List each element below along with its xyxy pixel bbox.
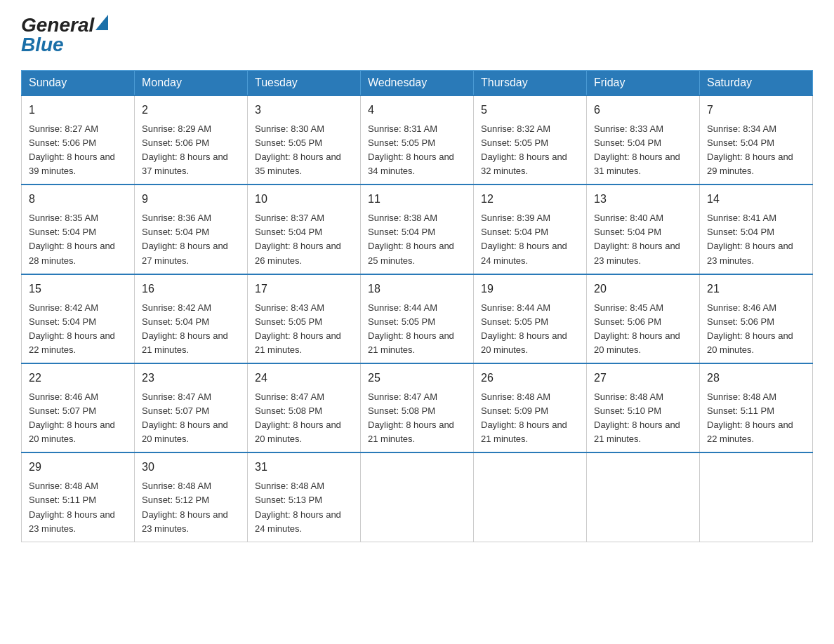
day-number: 19 bbox=[481, 281, 579, 298]
day-info: Sunrise: 8:39 AMSunset: 5:04 PMDaylight:… bbox=[481, 213, 567, 265]
day-info: Sunrise: 8:47 AMSunset: 5:07 PMDaylight:… bbox=[142, 391, 228, 444]
day-number: 17 bbox=[255, 281, 353, 298]
calendar-cell: 4 Sunrise: 8:31 AMSunset: 5:05 PMDayligh… bbox=[361, 95, 474, 185]
day-number: 27 bbox=[594, 370, 692, 387]
day-info: Sunrise: 8:44 AMSunset: 5:05 PMDaylight:… bbox=[481, 302, 567, 355]
day-info: Sunrise: 8:48 AMSunset: 5:10 PMDaylight:… bbox=[594, 391, 680, 444]
day-number: 1 bbox=[29, 102, 127, 119]
day-info: Sunrise: 8:35 AMSunset: 5:04 PMDaylight:… bbox=[29, 213, 115, 265]
dow-thursday: Thursday bbox=[474, 71, 587, 96]
calendar-cell: 14 Sunrise: 8:41 AMSunset: 5:04 PMDaylig… bbox=[700, 185, 813, 274]
logo-triangle-icon bbox=[95, 15, 108, 30]
calendar-cell: 3 Sunrise: 8:30 AMSunset: 5:05 PMDayligh… bbox=[248, 95, 361, 185]
day-info: Sunrise: 8:48 AMSunset: 5:12 PMDaylight:… bbox=[142, 481, 228, 533]
dow-monday: Monday bbox=[135, 71, 248, 96]
day-info: Sunrise: 8:33 AMSunset: 5:04 PMDaylight:… bbox=[594, 123, 680, 176]
day-info: Sunrise: 8:45 AMSunset: 5:06 PMDaylight:… bbox=[594, 302, 680, 355]
calendar-cell: 2 Sunrise: 8:29 AMSunset: 5:06 PMDayligh… bbox=[135, 95, 248, 185]
calendar-cell: 7 Sunrise: 8:34 AMSunset: 5:04 PMDayligh… bbox=[700, 95, 813, 185]
day-info: Sunrise: 8:34 AMSunset: 5:04 PMDaylight:… bbox=[707, 123, 793, 176]
day-number: 4 bbox=[368, 102, 466, 119]
day-number: 20 bbox=[594, 281, 692, 298]
logo-blue-text: Blue bbox=[21, 34, 108, 56]
day-number: 13 bbox=[594, 191, 692, 208]
day-info: Sunrise: 8:32 AMSunset: 5:05 PMDaylight:… bbox=[481, 123, 567, 176]
calendar-cell: 17 Sunrise: 8:43 AMSunset: 5:05 PMDaylig… bbox=[248, 274, 361, 363]
calendar-cell: 10 Sunrise: 8:37 AMSunset: 5:04 PMDaylig… bbox=[248, 185, 361, 274]
calendar-cell: 18 Sunrise: 8:44 AMSunset: 5:05 PMDaylig… bbox=[361, 274, 474, 363]
calendar-cell: 8 Sunrise: 8:35 AMSunset: 5:04 PMDayligh… bbox=[22, 185, 135, 274]
day-number: 30 bbox=[142, 459, 240, 476]
day-info: Sunrise: 8:30 AMSunset: 5:05 PMDaylight:… bbox=[255, 123, 341, 176]
day-info: Sunrise: 8:48 AMSunset: 5:11 PMDaylight:… bbox=[29, 481, 115, 533]
day-info: Sunrise: 8:41 AMSunset: 5:04 PMDaylight:… bbox=[707, 213, 793, 265]
week-row-3: 15 Sunrise: 8:42 AMSunset: 5:04 PMDaylig… bbox=[22, 274, 813, 363]
calendar-cell: 6 Sunrise: 8:33 AMSunset: 5:04 PMDayligh… bbox=[587, 95, 700, 185]
calendar-cell: 31 Sunrise: 8:48 AMSunset: 5:13 PMDaylig… bbox=[248, 452, 361, 542]
calendar-cell: 13 Sunrise: 8:40 AMSunset: 5:04 PMDaylig… bbox=[587, 185, 700, 274]
week-row-1: 1 Sunrise: 8:27 AMSunset: 5:06 PMDayligh… bbox=[22, 95, 813, 185]
day-number: 22 bbox=[29, 370, 127, 387]
day-number: 26 bbox=[481, 370, 579, 387]
day-number: 8 bbox=[29, 191, 127, 208]
day-info: Sunrise: 8:47 AMSunset: 5:08 PMDaylight:… bbox=[255, 391, 341, 444]
week-row-4: 22 Sunrise: 8:46 AMSunset: 5:07 PMDaylig… bbox=[22, 363, 813, 452]
calendar-cell: 22 Sunrise: 8:46 AMSunset: 5:07 PMDaylig… bbox=[22, 363, 135, 452]
day-number: 7 bbox=[707, 102, 805, 119]
days-of-week-row: SundayMondayTuesdayWednesdayThursdayFrid… bbox=[22, 71, 813, 96]
day-number: 29 bbox=[29, 459, 127, 476]
day-info: Sunrise: 8:43 AMSunset: 5:05 PMDaylight:… bbox=[255, 302, 341, 355]
calendar-cell: 19 Sunrise: 8:44 AMSunset: 5:05 PMDaylig… bbox=[474, 274, 587, 363]
day-number: 6 bbox=[594, 102, 692, 119]
calendar-cell: 1 Sunrise: 8:27 AMSunset: 5:06 PMDayligh… bbox=[22, 95, 135, 185]
day-info: Sunrise: 8:37 AMSunset: 5:04 PMDaylight:… bbox=[255, 213, 341, 265]
day-info: Sunrise: 8:42 AMSunset: 5:04 PMDaylight:… bbox=[142, 302, 228, 355]
calendar-cell: 26 Sunrise: 8:48 AMSunset: 5:09 PMDaylig… bbox=[474, 363, 587, 452]
day-info: Sunrise: 8:48 AMSunset: 5:11 PMDaylight:… bbox=[707, 391, 793, 444]
day-number: 11 bbox=[368, 191, 466, 208]
dow-saturday: Saturday bbox=[700, 71, 813, 96]
calendar-cell: 16 Sunrise: 8:42 AMSunset: 5:04 PMDaylig… bbox=[135, 274, 248, 363]
calendar-cell bbox=[700, 452, 813, 542]
day-number: 21 bbox=[707, 281, 805, 298]
calendar-cell: 24 Sunrise: 8:47 AMSunset: 5:08 PMDaylig… bbox=[248, 363, 361, 452]
day-number: 24 bbox=[255, 370, 353, 387]
day-number: 23 bbox=[142, 370, 240, 387]
calendar-cell: 9 Sunrise: 8:36 AMSunset: 5:04 PMDayligh… bbox=[135, 185, 248, 274]
day-number: 25 bbox=[368, 370, 466, 387]
day-info: Sunrise: 8:38 AMSunset: 5:04 PMDaylight:… bbox=[368, 213, 454, 265]
day-number: 2 bbox=[142, 102, 240, 119]
calendar-cell bbox=[361, 452, 474, 542]
calendar-cell: 12 Sunrise: 8:39 AMSunset: 5:04 PMDaylig… bbox=[474, 185, 587, 274]
day-number: 12 bbox=[481, 191, 579, 208]
dow-tuesday: Tuesday bbox=[248, 71, 361, 96]
day-info: Sunrise: 8:42 AMSunset: 5:04 PMDaylight:… bbox=[29, 302, 115, 355]
day-number: 18 bbox=[368, 281, 466, 298]
day-number: 5 bbox=[481, 102, 579, 119]
day-info: Sunrise: 8:46 AMSunset: 5:06 PMDaylight:… bbox=[707, 302, 793, 355]
calendar-cell: 23 Sunrise: 8:47 AMSunset: 5:07 PMDaylig… bbox=[135, 363, 248, 452]
calendar-cell bbox=[587, 452, 700, 542]
page-header: General Blue bbox=[21, 14, 813, 56]
dow-wednesday: Wednesday bbox=[361, 71, 474, 96]
calendar-cell: 11 Sunrise: 8:38 AMSunset: 5:04 PMDaylig… bbox=[361, 185, 474, 274]
calendar-cell bbox=[474, 452, 587, 542]
day-info: Sunrise: 8:40 AMSunset: 5:04 PMDaylight:… bbox=[594, 213, 680, 265]
week-row-2: 8 Sunrise: 8:35 AMSunset: 5:04 PMDayligh… bbox=[22, 185, 813, 274]
calendar-cell: 27 Sunrise: 8:48 AMSunset: 5:10 PMDaylig… bbox=[587, 363, 700, 452]
day-info: Sunrise: 8:44 AMSunset: 5:05 PMDaylight:… bbox=[368, 302, 454, 355]
dow-sunday: Sunday bbox=[22, 71, 135, 96]
calendar-cell: 25 Sunrise: 8:47 AMSunset: 5:08 PMDaylig… bbox=[361, 363, 474, 452]
calendar-cell: 29 Sunrise: 8:48 AMSunset: 5:11 PMDaylig… bbox=[22, 452, 135, 542]
logo: General Blue bbox=[21, 14, 108, 56]
day-info: Sunrise: 8:48 AMSunset: 5:13 PMDaylight:… bbox=[255, 481, 341, 533]
calendar-table: SundayMondayTuesdayWednesdayThursdayFrid… bbox=[21, 70, 813, 542]
logo-general-text: General bbox=[21, 14, 108, 36]
day-number: 3 bbox=[255, 102, 353, 119]
calendar-cell: 15 Sunrise: 8:42 AMSunset: 5:04 PMDaylig… bbox=[22, 274, 135, 363]
calendar-body: 1 Sunrise: 8:27 AMSunset: 5:06 PMDayligh… bbox=[22, 95, 813, 542]
calendar-cell: 5 Sunrise: 8:32 AMSunset: 5:05 PMDayligh… bbox=[474, 95, 587, 185]
day-number: 14 bbox=[707, 191, 805, 208]
day-info: Sunrise: 8:31 AMSunset: 5:05 PMDaylight:… bbox=[368, 123, 454, 176]
day-number: 15 bbox=[29, 281, 127, 298]
